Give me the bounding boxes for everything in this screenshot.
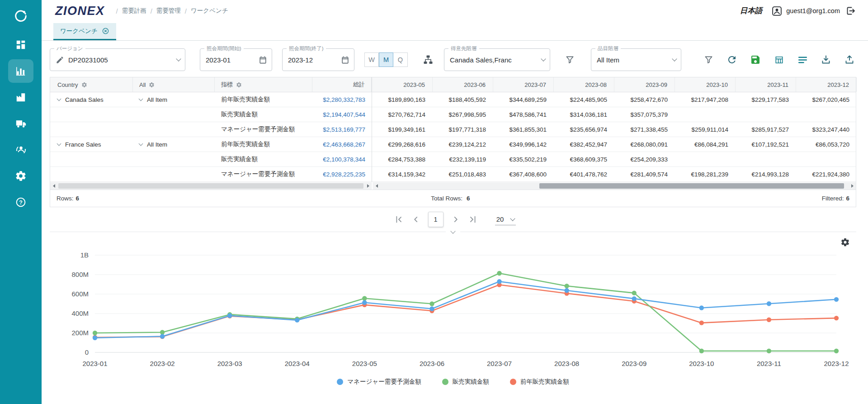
- download-button[interactable]: [819, 53, 833, 67]
- chevron-down-icon[interactable]: [139, 142, 143, 146]
- breadcrumb-item-1[interactable]: 需要計画: [122, 7, 146, 15]
- group-cell[interactable]: France Sales: [50, 137, 133, 152]
- chevron-left-icon: [411, 214, 421, 224]
- sidebar-item-help[interactable]: [8, 190, 33, 214]
- total-value[interactable]: €2,100,378,344: [312, 152, 372, 166]
- svg-text:2023-08: 2023-08: [554, 360, 579, 367]
- table-row: マネージャー需要予測金額€2,928,225,235: [50, 167, 372, 182]
- next-page-button[interactable]: [449, 213, 462, 226]
- sidebar-item-collaboration[interactable]: [8, 138, 33, 162]
- total-value[interactable]: $2,194,407,544: [312, 107, 372, 122]
- granularity-week-button[interactable]: W: [364, 52, 379, 67]
- total-value[interactable]: €2,928,225,235: [312, 167, 372, 181]
- scrollbar-thumb[interactable]: [539, 183, 844, 189]
- chart-collapse-button[interactable]: [446, 228, 460, 233]
- total-value[interactable]: €2,463,668,267: [312, 137, 372, 152]
- legend-dot-icon: [442, 379, 448, 385]
- account-icon[interactable]: [771, 5, 783, 17]
- column-settings-gear-icon[interactable]: [81, 82, 87, 88]
- sidebar-item-dashboard[interactable]: [8, 33, 33, 57]
- table-layout-button[interactable]: [772, 53, 786, 67]
- sidebar-item-settings[interactable]: [8, 164, 33, 188]
- customer-filter-button[interactable]: [563, 53, 576, 67]
- upload-button[interactable]: [843, 53, 856, 67]
- chevron-down-icon: [176, 56, 181, 61]
- months-pane-hscrollbar[interactable]: [373, 182, 856, 190]
- fixed-body-pane: Canada SalesAll Item前年販売実績金額$2,280,332,7…: [50, 92, 372, 182]
- current-page-button[interactable]: 1: [428, 212, 443, 227]
- customer-hierarchy-select[interactable]: 得意先階層 Canada Sales,Franc: [444, 48, 550, 71]
- granularity-quarter-button[interactable]: Q: [393, 52, 408, 67]
- sidebar-item-analytics[interactable]: [8, 59, 33, 83]
- language-switcher[interactable]: 日本語: [740, 6, 763, 16]
- toolbar-actions: [702, 53, 856, 67]
- legend-item[interactable]: マネージャー需要予測金額: [337, 378, 421, 386]
- month-column-header[interactable]: 2023-07: [493, 77, 554, 92]
- sidebar-logo[interactable]: [14, 5, 28, 27]
- item-filter-button[interactable]: [702, 53, 715, 67]
- item-cell[interactable]: All Item: [133, 92, 215, 107]
- legend-dot-icon: [510, 379, 516, 385]
- total-value[interactable]: $2,513,169,777: [312, 122, 372, 137]
- table-row-values: €299,268,616€239,124,212€349,996,142€382…: [372, 137, 856, 152]
- tab-close-icon[interactable]: [102, 27, 109, 35]
- total-value[interactable]: $2,280,332,783: [312, 92, 372, 107]
- chevron-down-icon[interactable]: [57, 97, 61, 101]
- legend-item[interactable]: 前年販売実績金額: [510, 378, 569, 386]
- version-select[interactable]: バージョン DP20231005: [50, 48, 185, 71]
- scroll-left-arrow[interactable]: [50, 182, 57, 190]
- chart-settings-gear-icon[interactable]: [840, 238, 850, 247]
- save-button[interactable]: [749, 53, 762, 67]
- month-column-header[interactable]: 2023-11: [736, 77, 796, 92]
- brand-logo[interactable]: ZIONEX: [55, 4, 105, 18]
- chevron-down-icon[interactable]: [139, 97, 143, 101]
- column-header-all[interactable]: All: [133, 77, 215, 92]
- column-settings-gear-icon[interactable]: [236, 82, 242, 88]
- scroll-left-arrow[interactable]: [373, 182, 380, 190]
- scroll-right-arrow[interactable]: [364, 182, 372, 190]
- item-cell[interactable]: All Item: [133, 137, 215, 152]
- column-settings-gear-icon[interactable]: [149, 82, 155, 88]
- month-column-header[interactable]: 2023-06: [433, 77, 493, 92]
- fixed-header-pane: Country All 指標 総計: [50, 77, 372, 92]
- sidebar-item-logistics[interactable]: [8, 112, 33, 135]
- first-page-button[interactable]: [392, 213, 406, 226]
- row-density-button[interactable]: [796, 53, 809, 67]
- period-end-field[interactable]: 照会期間(終了) 2023-12: [282, 48, 354, 71]
- month-column-header[interactable]: 2023-08: [554, 77, 614, 92]
- item-cell: [133, 167, 215, 181]
- column-header-metric[interactable]: 指標: [215, 77, 312, 92]
- last-page-button[interactable]: [466, 213, 480, 226]
- granularity-month-button[interactable]: M: [379, 52, 393, 67]
- calendar-icon[interactable]: [259, 56, 267, 64]
- logout-icon[interactable]: [845, 5, 856, 16]
- calendar-icon[interactable]: [341, 56, 349, 64]
- item-hierarchy-select[interactable]: 品目階層 All Item: [591, 48, 681, 71]
- breadcrumb-item-2[interactable]: 需要管理: [156, 7, 181, 15]
- value-cell: [675, 107, 736, 122]
- month-column-header[interactable]: 2023-09: [614, 77, 675, 92]
- refresh-button[interactable]: [725, 53, 739, 67]
- page-size-select[interactable]: 20: [495, 214, 516, 225]
- chevron-down-icon[interactable]: [57, 142, 61, 146]
- breadcrumb-item-3[interactable]: ワークベンチ: [191, 7, 228, 15]
- group-cell[interactable]: Canada Sales: [50, 92, 133, 107]
- value-cell: $323,247,440: [796, 122, 857, 137]
- legend-item[interactable]: 販売実績金額: [442, 378, 489, 386]
- scrollbar-thumb[interactable]: [58, 183, 363, 189]
- group-cell: [50, 152, 133, 166]
- sidebar-item-production[interactable]: [8, 86, 33, 109]
- period-start-field[interactable]: 照会期間(開始) 2023-01: [200, 48, 272, 71]
- column-header-country[interactable]: Country: [50, 77, 133, 92]
- group-cell: [50, 167, 133, 181]
- month-column-header[interactable]: 2023-12: [796, 77, 857, 92]
- fixed-pane-hscrollbar[interactable]: [50, 182, 372, 190]
- prev-page-button[interactable]: [409, 213, 423, 226]
- month-column-header[interactable]: 2023-05: [372, 77, 433, 92]
- tab-workbench[interactable]: ワークベンチ: [53, 23, 116, 40]
- month-column-header[interactable]: 2023-10: [675, 77, 736, 92]
- column-header-total[interactable]: 総計: [312, 77, 372, 92]
- hierarchy-tree-button[interactable]: [421, 53, 435, 67]
- legend-label: 販売実績金額: [453, 378, 489, 386]
- scroll-right-arrow[interactable]: [849, 182, 856, 190]
